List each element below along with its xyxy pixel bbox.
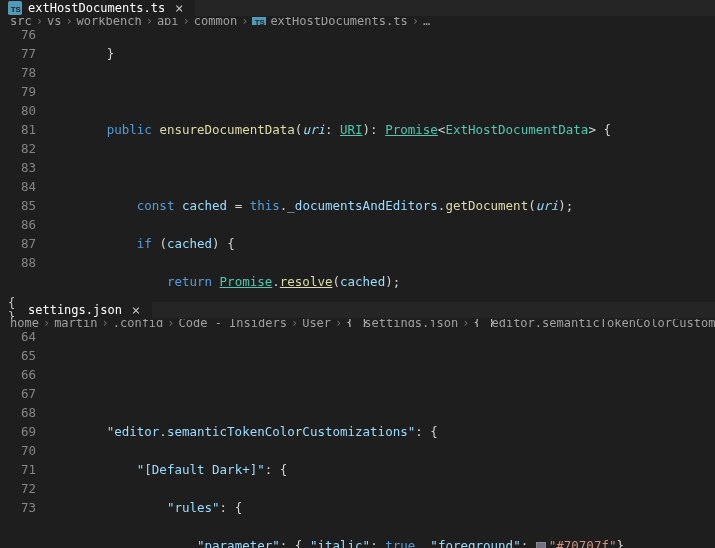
code-line[interactable] bbox=[54, 346, 715, 365]
breadcrumbs-top[interactable]: src› vs› workbench› api› common› TS extH… bbox=[0, 17, 715, 25]
chevron-right-icon: › bbox=[335, 319, 342, 327]
tab-settings-json[interactable]: { } settings.json × bbox=[0, 302, 153, 318]
svg-text:TS: TS bbox=[255, 18, 265, 26]
code-editor-bottom[interactable]: 64 65 66 67 68 69 70 71 72 73 "editor.se… bbox=[0, 327, 715, 548]
breadcrumb-item[interactable]: editor.semanticTokenColorCustomizations bbox=[491, 319, 715, 327]
line-number: 77 bbox=[0, 44, 36, 63]
code-content[interactable]: "editor.semanticTokenColorCustomizations… bbox=[54, 327, 715, 548]
json-braces-icon: { } bbox=[346, 319, 360, 327]
chevron-right-icon: › bbox=[65, 17, 72, 25]
breadcrumb-item[interactable]: src bbox=[10, 17, 32, 25]
code-line[interactable]: if (cached) { bbox=[54, 234, 715, 253]
color-swatch-icon[interactable] bbox=[536, 542, 546, 549]
line-number: 73 bbox=[0, 498, 36, 517]
chevron-right-icon: › bbox=[102, 319, 109, 327]
breadcrumb-item[interactable]: … bbox=[423, 17, 430, 25]
code-line[interactable] bbox=[54, 384, 715, 403]
svg-text:TS: TS bbox=[11, 5, 21, 14]
line-number: 76 bbox=[0, 25, 36, 44]
line-number: 71 bbox=[0, 460, 36, 479]
breadcrumbs-bottom[interactable]: home› martin› .config› Code - Insiders› … bbox=[0, 319, 715, 327]
tab-bar-top: TS extHostDocuments.ts × bbox=[0, 0, 715, 17]
code-line[interactable]: const cached = this._documentsAndEditors… bbox=[54, 196, 715, 215]
breadcrumb-item[interactable]: extHostDocuments.ts bbox=[270, 17, 407, 25]
line-number: 87 bbox=[0, 234, 36, 253]
line-number: 72 bbox=[0, 479, 36, 498]
tab-label: extHostDocuments.ts bbox=[28, 1, 165, 15]
line-number: 85 bbox=[0, 196, 36, 215]
close-icon[interactable]: × bbox=[171, 0, 187, 16]
line-number: 68 bbox=[0, 403, 36, 422]
code-line[interactable] bbox=[54, 82, 715, 101]
chevron-right-icon: › bbox=[183, 17, 190, 25]
chevron-right-icon: › bbox=[291, 319, 298, 327]
typescript-file-icon: TS bbox=[252, 17, 266, 25]
breadcrumb-item[interactable]: home bbox=[10, 319, 39, 327]
code-line[interactable]: "editor.semanticTokenColorCustomizations… bbox=[54, 422, 715, 441]
json-braces-icon: { } bbox=[473, 319, 487, 327]
line-number: 82 bbox=[0, 139, 36, 158]
code-line[interactable] bbox=[54, 158, 715, 177]
line-number-gutter: 64 65 66 67 68 69 70 71 72 73 bbox=[0, 327, 54, 548]
code-line[interactable]: "[Default Dark+]": { bbox=[54, 460, 715, 479]
code-line[interactable]: "parameter": { "italic": true, "foregrou… bbox=[54, 536, 715, 548]
chevron-right-icon: › bbox=[146, 17, 153, 25]
breadcrumb-item[interactable]: common bbox=[194, 17, 237, 25]
chevron-right-icon: › bbox=[36, 17, 43, 25]
tab-label: settings.json bbox=[28, 303, 122, 317]
breadcrumb-item[interactable]: workbench bbox=[77, 17, 142, 25]
breadcrumb-item[interactable]: .config bbox=[113, 319, 164, 327]
line-number: 64 bbox=[0, 327, 36, 346]
code-line[interactable]: return Promise.resolve(cached); bbox=[54, 272, 715, 291]
chevron-right-icon: › bbox=[241, 17, 248, 25]
breadcrumb-item[interactable]: User bbox=[302, 319, 331, 327]
line-number: 70 bbox=[0, 441, 36, 460]
breadcrumb-item[interactable]: vs bbox=[47, 17, 61, 25]
chevron-right-icon: › bbox=[412, 17, 419, 25]
editor-pane-top: TS extHostDocuments.ts × src› vs› workbe… bbox=[0, 0, 715, 302]
line-number: 83 bbox=[0, 158, 36, 177]
close-icon[interactable]: × bbox=[128, 302, 144, 318]
breadcrumb-item[interactable]: settings.json bbox=[364, 319, 458, 327]
line-number: 86 bbox=[0, 215, 36, 234]
code-line[interactable]: } bbox=[54, 44, 715, 63]
breadcrumb-item[interactable]: Code - Insiders bbox=[179, 319, 287, 327]
line-number: 66 bbox=[0, 365, 36, 384]
line-number: 79 bbox=[0, 82, 36, 101]
json-braces-icon: { } bbox=[8, 303, 22, 317]
line-number: 65 bbox=[0, 346, 36, 365]
breadcrumb-item[interactable]: martin bbox=[54, 319, 97, 327]
chevron-right-icon: › bbox=[43, 319, 50, 327]
chevron-right-icon: › bbox=[167, 319, 174, 327]
tab-exthostdocuments[interactable]: TS extHostDocuments.ts × bbox=[0, 0, 196, 16]
code-line[interactable]: "rules": { bbox=[54, 498, 715, 517]
breadcrumb-item[interactable]: api bbox=[157, 17, 179, 25]
line-number: 88 bbox=[0, 253, 36, 272]
line-number: 69 bbox=[0, 422, 36, 441]
typescript-file-icon: TS bbox=[8, 1, 22, 15]
tab-bar-bottom: { } settings.json × bbox=[0, 302, 715, 319]
code-line[interactable]: public ensureDocumentData(uri: URI): Pro… bbox=[54, 120, 715, 139]
line-number: 80 bbox=[0, 101, 36, 120]
editor-pane-bottom: { } settings.json × home› martin› .confi… bbox=[0, 302, 715, 548]
line-number: 67 bbox=[0, 384, 36, 403]
line-number: 81 bbox=[0, 120, 36, 139]
chevron-right-icon: › bbox=[462, 319, 469, 327]
line-number: 84 bbox=[0, 177, 36, 196]
line-number: 78 bbox=[0, 63, 36, 82]
